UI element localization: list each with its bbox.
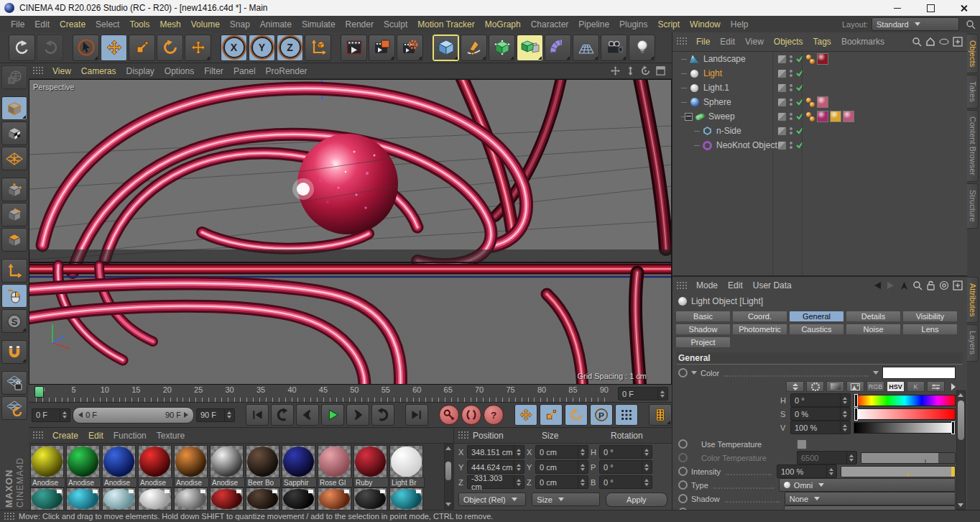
object-tree-row[interactable]: Light	[672, 66, 967, 81]
material-tag[interactable]	[817, 53, 828, 65]
rgb-mode-button[interactable]: RGB	[866, 381, 884, 392]
size-y-field[interactable]: 0 cm	[535, 460, 588, 474]
material-scrollbar[interactable]	[444, 444, 453, 509]
menu-item[interactable]: Motion Tracker	[412, 19, 479, 29]
keyframe-selection-button[interactable]: ?	[484, 405, 504, 425]
lock-icon[interactable]	[926, 280, 935, 290]
next-key-button[interactable]	[371, 404, 394, 426]
menu-item[interactable]: Render	[341, 19, 379, 29]
visibility-dots[interactable]	[790, 113, 792, 120]
material-slot[interactable]: Rose Gl	[318, 445, 353, 487]
viewport-3d[interactable]: Perspective Grid Spacing : 1 cm	[29, 79, 672, 385]
panel-tab[interactable]: Objects	[967, 34, 979, 73]
point-level-animation-toggle[interactable]	[615, 404, 638, 426]
position-x-field[interactable]: 348.151 cm	[467, 445, 524, 459]
viewport-menu-item[interactable]: Panel	[228, 66, 261, 76]
texture-mode-button[interactable]	[1, 122, 27, 145]
add-panel-icon[interactable]	[953, 37, 963, 47]
add-spline-pen-button[interactable]	[461, 35, 487, 61]
material-tag[interactable]	[817, 111, 828, 122]
spectrum-mode-icon[interactable]	[826, 381, 844, 392]
shadow-dropdown[interactable]: None	[785, 492, 956, 505]
object-name[interactable]: Sweep	[708, 111, 735, 122]
key-circle-icon[interactable]	[678, 480, 688, 490]
render-view-button[interactable]	[341, 35, 367, 61]
camera-label[interactable]: Perspective	[33, 83, 74, 91]
object-tree-row[interactable]: Sweep	[672, 109, 967, 124]
material-slot[interactable]	[102, 487, 137, 510]
record-parameter-toggle[interactable]: P	[590, 404, 613, 426]
enabled-check-icon[interactable]	[795, 98, 804, 106]
value-slider[interactable]	[854, 422, 956, 434]
range-start-spinner[interactable]	[60, 409, 69, 421]
previous-key-button[interactable]	[271, 404, 294, 426]
autokey-button[interactable]	[461, 405, 481, 425]
pick-arrow-icon[interactable]	[900, 281, 909, 290]
search-icon[interactable]	[966, 19, 976, 29]
material-menu-item[interactable]: Create	[47, 431, 83, 441]
intensity-field[interactable]: 100 %	[777, 464, 837, 478]
color-temperature-field[interactable]: 6500	[797, 451, 857, 464]
layer-toggle[interactable]	[777, 69, 787, 78]
points-mode-button[interactable]	[1, 178, 27, 201]
menu-item[interactable]: Sculpt	[379, 19, 412, 29]
rotate-tool-button[interactable]	[157, 35, 183, 61]
panel-grip[interactable]	[676, 281, 688, 290]
viewport-menu-item[interactable]: Filter	[199, 66, 228, 76]
menu-item[interactable]: Select	[91, 19, 124, 29]
goto-start-button[interactable]	[246, 404, 269, 426]
material-slot[interactable]	[66, 487, 101, 510]
material-slot[interactable]: Beer Bo	[246, 445, 281, 487]
redo-button[interactable]	[37, 35, 63, 61]
visibility-dots[interactable]	[790, 55, 792, 63]
material-slot[interactable]	[174, 487, 209, 510]
rotation-p-field[interactable]: 0 °	[599, 460, 652, 474]
move-tool-button[interactable]	[101, 35, 127, 61]
object-tree-row[interactable]: Landscape	[672, 52, 967, 66]
model-mode-button[interactable]	[1, 96, 27, 120]
object-name[interactable]: NeoKnot Object	[716, 140, 777, 150]
menu-item[interactable]: MoGraph	[480, 19, 526, 29]
material-slot[interactable]	[246, 487, 281, 510]
record-rotation-toggle[interactable]	[565, 404, 588, 426]
material-slot[interactable]: Ruby	[353, 445, 389, 487]
panel-grip[interactable]	[32, 66, 44, 75]
material-tag[interactable]	[830, 111, 841, 122]
lock-z-axis-button[interactable]: Z	[277, 35, 303, 61]
material-slot[interactable]: Anodise	[102, 445, 137, 487]
edges-mode-button[interactable]	[1, 203, 27, 226]
coordinate-mode-dropdown[interactable]: Object (Rel)	[458, 493, 526, 506]
panel-grip[interactable]	[676, 37, 688, 46]
timeline-mode-button[interactable]	[649, 404, 672, 426]
add-bend-deformer-button[interactable]	[545, 35, 571, 61]
light-type-dropdown[interactable]: Omni	[779, 478, 956, 492]
live-selection-button[interactable]	[73, 35, 99, 61]
object-name[interactable]: Light.1	[703, 83, 729, 93]
coordinate-system-button[interactable]	[305, 35, 331, 61]
target-icon[interactable]	[939, 280, 949, 290]
attribute-scrollbar[interactable]	[956, 390, 966, 510]
visibility-dots[interactable]	[790, 84, 792, 91]
goto-end-button[interactable]	[405, 404, 428, 426]
attribute-menu-item[interactable]: Edit	[723, 280, 748, 290]
material-slot[interactable]	[318, 487, 353, 510]
rotation-b-field[interactable]: 0 °	[599, 475, 652, 489]
layout-dropdown[interactable]: Standard	[872, 17, 959, 31]
last-tool-button[interactable]	[185, 35, 211, 61]
frame-spinner[interactable]	[657, 388, 667, 400]
timeline-ruler[interactable]: 051015202530354045505560657075808590 0 F	[29, 385, 672, 403]
key-circle-icon[interactable]	[678, 467, 688, 476]
add-camera-button[interactable]	[601, 35, 627, 61]
search-icon[interactable]	[912, 280, 923, 290]
scale-tool-button[interactable]	[129, 35, 155, 61]
object-menu-item[interactable]: Bookmarks	[836, 37, 889, 47]
object-tree-row[interactable]: Light.1	[672, 81, 967, 95]
visibility-dots[interactable]	[790, 99, 792, 106]
object-menu-item[interactable]: View	[740, 37, 769, 47]
render-to-picture-viewer-button[interactable]	[369, 35, 395, 61]
panel-tab[interactable]: Attributes	[967, 277, 979, 323]
material-slot[interactable]	[389, 487, 425, 510]
picture-mode-icon[interactable]	[846, 381, 864, 392]
key-circle-icon[interactable]	[678, 453, 688, 462]
next-frame-button[interactable]	[346, 404, 369, 426]
